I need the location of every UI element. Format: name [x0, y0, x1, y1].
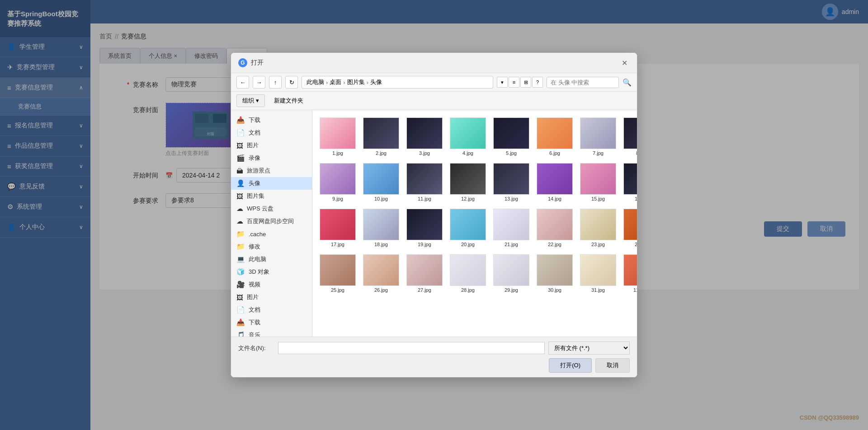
pc-icon: 💻	[236, 255, 245, 263]
thumb-5[interactable]: 5.jpg	[491, 116, 531, 158]
thumb-img-16	[623, 163, 637, 195]
thumb-22[interactable]: 22.jpg	[535, 207, 575, 249]
back-button[interactable]: ←	[236, 76, 249, 89]
view-help[interactable]: ?	[532, 77, 543, 88]
dialog-cancel-button[interactable]: 取消	[595, 358, 630, 373]
sidebar-music[interactable]: 🎵 音乐	[231, 329, 312, 337]
thumb-label-116: 116.jpg	[633, 287, 637, 293]
thumb-20[interactable]: 20.jpg	[448, 207, 488, 249]
dialog-close-button[interactable]: ✕	[619, 57, 630, 68]
thumb-label-1: 1.jpg	[332, 150, 343, 156]
dialog-actions-bar: 组织 ▾ 新建文件夹	[231, 92, 637, 110]
sidebar-gallery[interactable]: 🖼 图片集	[231, 190, 312, 202]
thumb-23[interactable]: 23.jpg	[578, 207, 618, 249]
dialog-open-button[interactable]: 打开(O)	[549, 358, 592, 373]
thumb-27[interactable]: 27.jpg	[405, 252, 444, 294]
up-button[interactable]: ↑	[269, 76, 282, 89]
thumb-label-2: 2.jpg	[376, 150, 387, 156]
sidebar-baidu[interactable]: ☁ 百度网盘同步空间	[231, 215, 312, 228]
sidebar-docs2[interactable]: 📄 文档	[231, 304, 312, 316]
thumb-label-26: 26.jpg	[374, 287, 388, 293]
sidebar-modify[interactable]: 📁 修改	[231, 240, 312, 253]
sidebar-video[interactable]: 🎬 录像	[231, 152, 312, 164]
thumb-31[interactable]: 31.jpg	[578, 252, 618, 294]
sidebar-video2[interactable]: 🎥 视频	[231, 278, 312, 291]
thumb-9[interactable]: 9.jpg	[318, 161, 358, 203]
docs-icon: 📄	[236, 129, 245, 137]
view-grid[interactable]: ⊞	[520, 77, 531, 88]
footer-buttons: 打开(O) 取消	[238, 358, 630, 373]
filename-label: 文件名(N):	[238, 344, 274, 352]
sidebar-this-pc[interactable]: 💻 此电脑	[231, 253, 312, 266]
thumb-img-23	[580, 209, 616, 240]
sidebar-avatar[interactable]: 👤 头像	[231, 177, 312, 190]
cache-icon: 📁	[236, 230, 245, 238]
thumb-img-26	[363, 254, 399, 286]
thumb-label-13: 13.jpg	[505, 196, 518, 201]
wps-icon: ☁	[236, 205, 243, 213]
new-folder-button[interactable]: 新建文件夹	[269, 95, 309, 107]
view-list[interactable]: ≡	[509, 77, 519, 88]
forward-button[interactable]: →	[253, 76, 265, 89]
thumb-4[interactable]: 4.jpg	[448, 116, 488, 158]
thumb-25[interactable]: 25.jpg	[318, 252, 358, 294]
refresh-button[interactable]: ↻	[285, 76, 298, 89]
filetype-select[interactable]: 所有文件 (*.*)	[548, 341, 630, 355]
thumb-14[interactable]: 14.jpg	[535, 161, 575, 203]
sidebar-3d[interactable]: 🧊 3D 对象	[231, 266, 312, 278]
thumb-label-19: 19.jpg	[418, 242, 431, 247]
thumb-10[interactable]: 10.jpg	[361, 161, 401, 203]
avatar-icon: 👤	[236, 179, 245, 187]
travel-icon: 🏔	[236, 167, 243, 175]
thumb-7[interactable]: 7.jpg	[578, 116, 618, 158]
thumb-img-116	[623, 254, 637, 286]
thumb-30[interactable]: 30.jpg	[535, 252, 575, 294]
thumb-2[interactable]: 2.jpg	[361, 116, 401, 158]
sidebar-travel[interactable]: 🏔 旅游景点	[231, 164, 312, 177]
sidebar-docs[interactable]: 📄 文档	[231, 126, 312, 139]
filename-input[interactable]	[278, 342, 545, 354]
thumb-img-29	[493, 254, 529, 286]
thumb-19[interactable]: 19.jpg	[405, 207, 444, 249]
organize-button[interactable]: 组织 ▾	[236, 94, 265, 107]
sidebar-wps[interactable]: ☁ WPS 云盘	[231, 202, 312, 215]
sidebar-images[interactable]: 🖼 图片	[231, 139, 312, 152]
thumb-label-12: 12.jpg	[461, 196, 475, 201]
thumb-label-23: 23.jpg	[591, 242, 605, 247]
thumb-21[interactable]: 21.jpg	[491, 207, 531, 249]
thumb-img-17	[320, 209, 356, 240]
dialog-file-grid: 1.jpg 2.jpg 3.jpg 4.jpg	[312, 110, 637, 337]
thumb-116[interactable]: 116.jpg	[622, 252, 637, 294]
dialog-search-input[interactable]	[547, 77, 619, 88]
thumb-label-20: 20.jpg	[461, 242, 475, 247]
docs2-icon: 📄	[236, 306, 245, 314]
thumb-29[interactable]: 29.jpg	[491, 252, 531, 294]
thumb-12[interactable]: 12.jpg	[448, 161, 488, 203]
thumb-label-3: 3.jpg	[419, 150, 430, 156]
thumb-24[interactable]: 24.jpg	[622, 207, 637, 249]
sidebar-cache[interactable]: 📁 .cache	[231, 228, 312, 240]
thumb-8[interactable]: 8.jpg	[622, 116, 637, 158]
sidebar-download2[interactable]: 📥 下载	[231, 316, 312, 329]
thumb-1[interactable]: 1.jpg	[318, 116, 358, 158]
thumb-label-22: 22.jpg	[548, 242, 561, 247]
thumb-label-24: 24.jpg	[635, 242, 637, 247]
thumb-28[interactable]: 28.jpg	[448, 252, 488, 294]
thumb-11[interactable]: 11.jpg	[405, 161, 444, 203]
sidebar-download[interactable]: 📥 下载	[231, 114, 312, 126]
thumb-label-31: 31.jpg	[591, 287, 605, 293]
thumb-26[interactable]: 26.jpg	[361, 252, 401, 294]
thumb-16[interactable]: 16.jpg	[622, 161, 637, 203]
thumb-17[interactable]: 17.jpg	[318, 207, 358, 249]
dialog-overlay[interactable]: G 打开 ✕ ← → ↑ ↻ 此电脑 › 桌面 › 图片集 › 头像 ▾ ≡	[0, 0, 868, 430]
sidebar-images2[interactable]: 🖼 图片	[231, 291, 312, 304]
thumb-18[interactable]: 18.jpg	[361, 207, 401, 249]
thumb-13[interactable]: 13.jpg	[491, 161, 531, 203]
dialog-sidebar: 📥 下载 📄 文档 🖼 图片 🎬 录像 🏔 旅游景点	[231, 110, 312, 337]
thumb-6[interactable]: 6.jpg	[535, 116, 575, 158]
path-desktop: 桌面	[330, 78, 341, 86]
thumb-15[interactable]: 15.jpg	[578, 161, 618, 203]
thumb-img-9	[320, 163, 356, 195]
thumb-3[interactable]: 3.jpg	[405, 116, 444, 158]
view-dropdown[interactable]: ▾	[497, 77, 508, 88]
